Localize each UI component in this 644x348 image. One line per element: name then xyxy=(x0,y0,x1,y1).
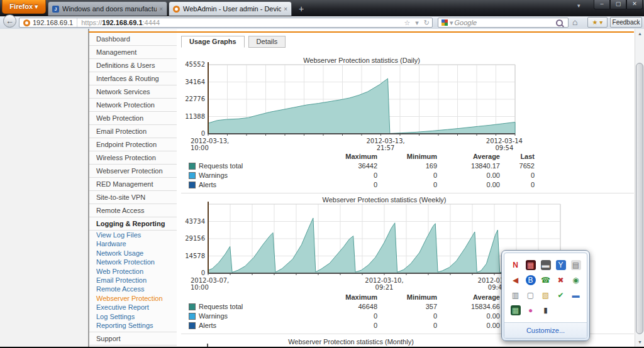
sidebar-item-web-protection[interactable]: Web Protection xyxy=(89,112,177,125)
sidebar-item-definitions-users[interactable]: Definitions & Users xyxy=(89,59,177,72)
sidebar-item-support[interactable]: Support xyxy=(89,332,177,345)
usb-ok-icon[interactable]: ✔ xyxy=(554,288,568,302)
monthly-chart-title: Webserver Protection statistics (Monthly… xyxy=(184,338,518,345)
sidebar-link-view-log-files[interactable]: View Log Files xyxy=(89,231,177,239)
sidebar-item-email-protection[interactable]: Email Protection xyxy=(89,125,177,138)
legend-row: Requests total3644216913840.177652 xyxy=(189,161,536,171)
vehicle-icon[interactable]: ▬ xyxy=(569,288,583,302)
svg-text:14578: 14578 xyxy=(185,253,205,259)
sidebar-item-interfaces-routing[interactable]: Interfaces & Routing xyxy=(89,72,177,85)
scrollbar-thumb[interactable] xyxy=(636,63,643,334)
svg-text:09:21: 09:21 xyxy=(375,284,394,291)
volume-icon: ◀ xyxy=(511,275,521,285)
feedback-button[interactable]: Feedback ▾ xyxy=(610,17,642,28)
url-bar[interactable]: 192.168.69.1 https://192.168.69.1:4444 ☆… xyxy=(19,18,433,28)
daily-chart-title: Webserver Protection statistics (Daily) xyxy=(208,57,515,64)
legend-row: Alerts000.00 xyxy=(189,321,503,330)
chevron-down-icon[interactable]: ▾ xyxy=(413,19,421,27)
sidebar-item-dashboard[interactable]: Dashboard xyxy=(89,33,177,46)
display-settings-icon[interactable]: ▢ xyxy=(524,288,538,302)
url-text[interactable]: https://192.168.69.1:4444 xyxy=(77,19,401,26)
home-button[interactable]: ⌂ xyxy=(572,17,577,27)
wireless-network-icon[interactable]: Y xyxy=(554,258,568,272)
sidebar-item-site-to-site-vpn[interactable]: Site-to-site VPN xyxy=(89,191,177,204)
legend-col-header: Minimum xyxy=(377,293,437,302)
sidebar-item-webserver-protection[interactable]: Webserver Protection xyxy=(89,165,177,178)
series-value: 46648 xyxy=(340,302,377,312)
netbeans-icon[interactable]: N xyxy=(509,258,523,272)
close-tab-icon[interactable]: × xyxy=(284,6,287,13)
close-window-button[interactable]: ✕ xyxy=(626,0,643,9)
sidebar-item-red-management[interactable]: RED Management xyxy=(89,178,177,191)
series-label: Requests total xyxy=(189,302,340,312)
firefox-menu-button[interactable]: Firefox ▾ xyxy=(2,0,46,14)
remove-hardware-icon: ✖ xyxy=(556,275,566,285)
sidebar-item-network-protection[interactable]: Network Protection xyxy=(89,99,177,112)
new-tab-button[interactable]: + xyxy=(294,3,308,14)
maximize-button[interactable]: ▢ xyxy=(610,0,626,9)
folder-icon[interactable]: ▧ xyxy=(539,288,553,302)
svg-text:2012-03-07,: 2012-03-07, xyxy=(191,277,229,284)
sidebar-link-email-protection[interactable]: Email Protection xyxy=(89,276,177,285)
sidebar-item-wireless-protection[interactable]: Wireless Protection xyxy=(89,151,177,165)
browser-tab-active[interactable]: WebAdmin - User admin - Device fw.... × xyxy=(169,1,292,16)
sidebar-item-management[interactable]: Management xyxy=(89,46,177,59)
phone-app-icon[interactable]: ☎ xyxy=(539,273,553,287)
site-favicon: J xyxy=(52,6,59,13)
svg-text:2012-03-14: 2012-03-14 xyxy=(486,138,523,144)
back-button[interactable]: ← xyxy=(3,14,16,28)
scroll-down-icon[interactable]: ▼ xyxy=(635,337,644,347)
volume-icon[interactable]: ◀ xyxy=(509,273,523,287)
customize-link[interactable]: Customize... xyxy=(526,327,565,334)
site-identity-button[interactable]: 192.168.69.1 xyxy=(19,18,77,27)
daily-chart: 0113882277634164455522012-03-13,10:00201… xyxy=(184,60,536,157)
close-tab-icon[interactable]: × xyxy=(159,6,163,13)
tablet-device-icon[interactable]: ▬ xyxy=(539,258,553,272)
bookmark-star-icon[interactable]: ☆ xyxy=(401,19,413,27)
series-value: 0 xyxy=(340,171,377,180)
sidebar-sublist: View Log FilesHardwareNetwork UsageNetwo… xyxy=(89,231,177,330)
minimize-button[interactable]: – xyxy=(594,0,610,9)
svg-text:0: 0 xyxy=(201,269,205,276)
bluetooth-icon[interactable]: B xyxy=(524,273,538,287)
reload-icon[interactable]: ↻ xyxy=(421,19,432,27)
sidebar-item-logging-reporting[interactable]: Logging & Reporting xyxy=(89,217,177,231)
sidebar-link-hardware[interactable]: Hardware xyxy=(89,239,177,248)
sidebar-item-endpoint-protection[interactable]: Endpoint Protection xyxy=(89,138,177,151)
sidebar-link-webserver-protection[interactable]: Webserver Protection xyxy=(89,294,177,303)
vertical-scrollbar[interactable]: ▲ ▼ xyxy=(635,29,644,347)
sidebar-item-network-services[interactable]: Network Services xyxy=(89,85,177,99)
search-input[interactable]: ▾ Google xyxy=(438,18,569,28)
mobile-device-icon[interactable]: ▮ xyxy=(539,303,553,317)
sidebar-link-executive-report[interactable]: Executive Report xyxy=(89,303,177,312)
tab-details[interactable]: Details xyxy=(248,36,286,48)
browser-tab-inactive[interactable]: J Windows and doors manufacturer — ... × xyxy=(48,1,167,16)
legend-col-header: Average xyxy=(437,293,500,302)
utility-app-icon[interactable]: ▦ xyxy=(509,303,523,317)
sidebar-link-network-usage[interactable]: Network Usage xyxy=(89,249,177,258)
sidebar-link-reporting-settings[interactable]: Reporting Settings xyxy=(89,321,177,330)
sidebar-item-remote-access[interactable]: Remote Access xyxy=(89,204,177,217)
sidebar-link-log-settings[interactable]: Log Settings xyxy=(89,312,177,321)
dual-display-icon: ▥ xyxy=(511,290,521,300)
netbeans-icon: N xyxy=(511,260,521,270)
series-value: 169 xyxy=(377,161,437,171)
sidebar-link-remote-access[interactable]: Remote Access xyxy=(89,285,177,293)
search-icon[interactable] xyxy=(556,19,563,26)
sidebar-link-web-protection[interactable]: Web Protection xyxy=(89,267,177,276)
search-engine-dropdown-icon[interactable]: ▾ xyxy=(450,19,455,27)
display-adapter-icon[interactable]: ▦ xyxy=(524,258,538,272)
network-globe-icon[interactable]: ◉ xyxy=(569,273,583,287)
tab-usage-graphs[interactable]: Usage Graphs xyxy=(181,36,245,48)
scroll-up-icon[interactable]: ▲ xyxy=(635,29,644,38)
series-value: 0 xyxy=(340,180,377,190)
remove-hardware-icon[interactable]: ✖ xyxy=(554,273,568,287)
usb-printer-icon[interactable]: ▤ xyxy=(569,258,583,272)
svg-text:43734: 43734 xyxy=(185,218,205,225)
dual-display-icon[interactable]: ▥ xyxy=(509,288,523,302)
media-app-icon[interactable]: ● xyxy=(524,303,538,317)
list-all-tabs-icon[interactable]: ▾ xyxy=(577,3,580,9)
svg-text:34164: 34164 xyxy=(185,79,205,85)
sidebar-link-network-protection[interactable]: Network Protection xyxy=(89,258,177,266)
bookmarks-button[interactable]: ★ ▾ xyxy=(587,17,608,28)
